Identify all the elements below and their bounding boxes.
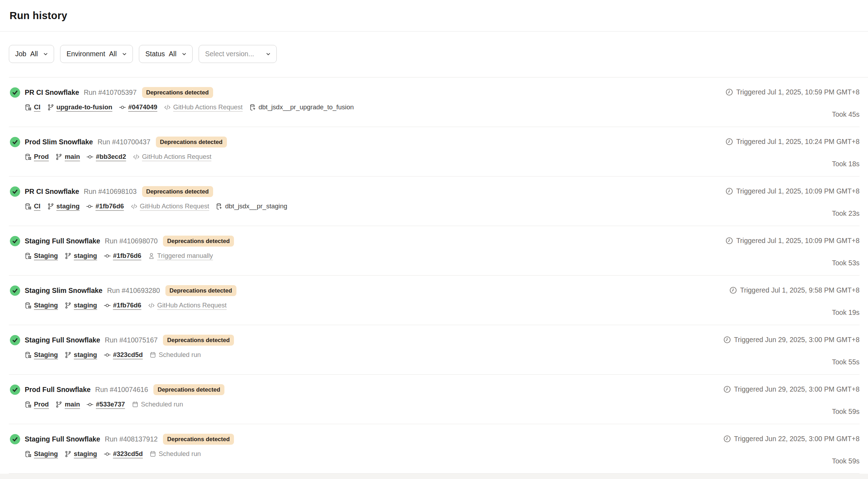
run-row[interactable]: Staging Full Snowflake Run #410075167 De… — [9, 325, 860, 375]
chevron-down-icon — [122, 52, 127, 57]
branch-link[interactable]: main — [65, 153, 80, 161]
commit-link[interactable]: #323cd5d — [113, 351, 143, 359]
clock-icon — [723, 435, 731, 443]
run-row[interactable]: Staging Full Snowflake Run #408137912 De… — [9, 424, 860, 474]
git-commit-icon — [119, 104, 126, 111]
job-filter-button[interactable]: Job All — [9, 45, 54, 63]
next-row-peek — [0, 474, 868, 479]
trigger-label[interactable]: Triggered manually — [157, 252, 213, 260]
success-check-circle-icon — [10, 285, 20, 296]
version-filter-select[interactable]: Select version... — [199, 45, 277, 63]
environment-link[interactable]: CI — [34, 103, 41, 111]
trigger-label[interactable]: Scheduled run — [159, 450, 201, 458]
trigger-label[interactable]: Scheduled run — [141, 400, 183, 408]
triggered-text: Triggered Jul 1, 2025, 10:59 PM GMT+8 — [736, 88, 860, 96]
success-check-circle-icon — [10, 335, 20, 345]
branch-link[interactable]: staging — [74, 351, 97, 359]
run-duration: Took 23s — [832, 209, 860, 218]
triggered-at: Triggered Jul 1, 2025, 9:58 PM GMT+8 — [729, 286, 860, 294]
run-main: PR CI Snowflake Run #410698103 Deprecati… — [10, 186, 287, 226]
environment-link[interactable]: Prod — [34, 400, 49, 408]
branch-link[interactable]: staging — [57, 202, 80, 210]
trigger-label[interactable]: Scheduled run — [159, 351, 201, 359]
database-arrow-icon — [216, 203, 223, 210]
run-number: Run #410074616 — [95, 386, 148, 394]
run-duration: Took 53s — [832, 259, 860, 267]
triggered-text: Triggered Jun 29, 2025, 3:00 PM GMT+8 — [734, 336, 860, 344]
commit-link[interactable]: #1fb76d6 — [113, 252, 141, 260]
triggered-text: Triggered Jun 29, 2025, 3:00 PM GMT+8 — [734, 385, 860, 393]
environment-filter-button[interactable]: Environment All — [60, 45, 133, 63]
branch-link[interactable]: staging — [74, 252, 97, 260]
commit-link[interactable]: #0474049 — [128, 103, 157, 111]
run-row[interactable]: Prod Full Snowflake Run #410074616 Depre… — [9, 375, 860, 424]
job-name[interactable]: Staging Slim Snowflake — [25, 287, 102, 295]
job-name[interactable]: Staging Full Snowflake — [25, 435, 100, 443]
trigger-chip: Triggered manually — [148, 252, 213, 260]
job-name[interactable]: PR CI Snowflake — [25, 88, 79, 97]
environment-link[interactable]: Staging — [34, 351, 58, 359]
environment-link[interactable]: CI — [34, 202, 41, 210]
deprecations-badge: Deprecations detected — [163, 335, 234, 346]
job-name[interactable]: PR CI Snowflake — [25, 187, 79, 196]
branch-link[interactable]: main — [65, 400, 80, 408]
run-main: Staging Full Snowflake Run #410075167 De… — [10, 335, 234, 374]
job-name[interactable]: Prod Slim Snowflake — [25, 138, 93, 146]
database-arrow-icon — [250, 104, 256, 111]
run-meta: Triggered Jun 22, 2025, 3:00 PM GMT+8 To… — [723, 434, 860, 473]
branch-link[interactable]: staging — [74, 301, 97, 309]
branch-chip: main — [55, 400, 80, 408]
trigger-label[interactable]: GitHub Actions Request — [140, 202, 209, 210]
run-meta: Triggered Jun 29, 2025, 3:00 PM GMT+8 To… — [723, 384, 860, 424]
clock-icon — [726, 88, 733, 96]
run-number: Run #410705397 — [84, 88, 137, 97]
commit-link[interactable]: #323cd5d — [113, 450, 143, 458]
trigger-chip: Scheduled run — [132, 400, 183, 408]
run-row[interactable]: Prod Slim Snowflake Run #410700437 Depre… — [9, 127, 860, 177]
run-row[interactable]: PR CI Snowflake Run #410698103 Deprecati… — [9, 177, 860, 226]
trigger-chip: GitHub Actions Request — [164, 103, 242, 111]
schema-name: dbt_jsdx__pr_upgrade_to_fusion — [259, 103, 354, 111]
run-row[interactable]: Staging Slim Snowflake Run #410693280 De… — [9, 276, 860, 325]
run-number: Run #410075167 — [105, 336, 158, 344]
job-name[interactable]: Staging Full Snowflake — [25, 336, 100, 344]
branch-chip: staging — [47, 202, 80, 210]
git-branch-icon — [47, 203, 54, 210]
trigger-label[interactable]: GitHub Actions Request — [142, 153, 211, 161]
filter-label: Status — [145, 50, 165, 58]
job-name[interactable]: Staging Full Snowflake — [25, 237, 100, 245]
environment-link[interactable]: Staging — [34, 450, 58, 458]
trigger-label[interactable]: GitHub Actions Request — [157, 301, 227, 309]
trigger-chip: GitHub Actions Request — [148, 301, 227, 309]
environment-chip: Prod — [25, 153, 49, 161]
commit-link[interactable]: #bb3ecd2 — [96, 153, 126, 161]
branch-link[interactable]: upgrade-to-fusion — [57, 103, 112, 111]
environment-link[interactable]: Prod — [34, 153, 49, 161]
triggered-at: Triggered Jun 29, 2025, 3:00 PM GMT+8 — [723, 385, 860, 393]
run-duration: Took 55s — [832, 358, 860, 366]
code-icon — [148, 302, 155, 309]
run-duration: Took 45s — [832, 110, 860, 119]
run-main: Staging Slim Snowflake Run #410693280 De… — [10, 285, 236, 325]
commit-link[interactable]: #1fb76d6 — [113, 301, 141, 309]
run-row[interactable]: Staging Full Snowflake Run #410698070 De… — [9, 226, 860, 276]
trigger-chip: GitHub Actions Request — [133, 153, 211, 161]
filter-label: Environment — [66, 50, 105, 58]
chevron-down-icon — [43, 52, 48, 57]
git-branch-icon — [55, 401, 62, 408]
trigger-chip: Scheduled run — [149, 450, 201, 458]
environment-link[interactable]: Staging — [34, 301, 58, 309]
run-main: Prod Full Snowflake Run #410074616 Depre… — [10, 384, 224, 424]
run-main: PR CI Snowflake Run #410705397 Deprecati… — [10, 87, 354, 127]
job-name[interactable]: Prod Full Snowflake — [25, 386, 90, 394]
commit-link[interactable]: #1fb76d6 — [95, 202, 124, 210]
triggered-at: Triggered Jul 1, 2025, 10:09 PM GMT+8 — [726, 237, 860, 245]
run-row[interactable]: PR CI Snowflake Run #410705397 Deprecati… — [9, 77, 860, 127]
commit-link[interactable]: #533e737 — [96, 400, 125, 408]
page-title: Run history — [10, 10, 67, 22]
branch-link[interactable]: staging — [74, 450, 97, 458]
branch-chip: staging — [65, 301, 97, 309]
status-filter-button[interactable]: Status All — [139, 45, 193, 63]
environment-link[interactable]: Staging — [34, 252, 58, 260]
trigger-label[interactable]: GitHub Actions Request — [173, 103, 242, 111]
